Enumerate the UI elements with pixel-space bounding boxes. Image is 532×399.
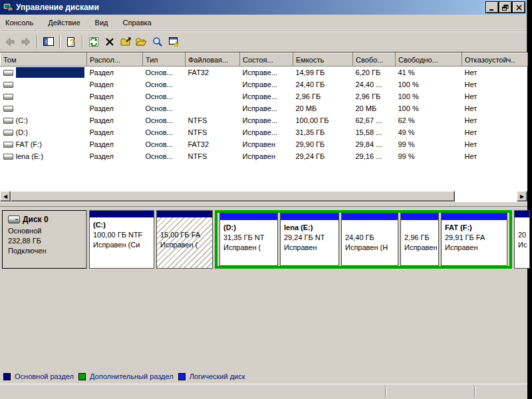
disk-0-header[interactable]: Диск 0 Основной 232,88 ГБ Подключен bbox=[2, 210, 87, 269]
logical-disk-band bbox=[220, 213, 277, 220]
logical-disk-band bbox=[342, 213, 398, 220]
menu-action[interactable]: Действие bbox=[48, 19, 80, 27]
partition-24gb[interactable]: 24,40 ГБ Исправен (Н bbox=[341, 213, 398, 266]
volume-name: FAT (F:) bbox=[16, 139, 84, 150]
properties-icon[interactable] bbox=[118, 35, 133, 49]
horizontal-scrollbar[interactable]: ◀ ▶ bbox=[0, 191, 527, 201]
status-divider bbox=[474, 386, 475, 398]
col-capacity[interactable]: Емкость bbox=[293, 53, 353, 66]
legend-extended-partition: Дополнительный раздел bbox=[78, 372, 174, 380]
col-volume[interactable]: Том bbox=[1, 53, 87, 66]
volume-icon bbox=[3, 154, 13, 160]
volume-icon bbox=[3, 142, 13, 148]
table-row[interactable]: (D:) Раздел Основ... NTFS Исправе... 31,… bbox=[1, 126, 528, 138]
col-status[interactable]: Состоя... bbox=[240, 53, 293, 66]
volume-icon bbox=[3, 70, 13, 76]
menu-console[interactable]: Консоль bbox=[5, 19, 33, 27]
col-layout[interactable]: Распол... bbox=[87, 53, 143, 66]
disk-graph-pane: Диск 0 Основной 232,88 ГБ Подключен (C:)… bbox=[0, 206, 527, 384]
volume-name: (C:) bbox=[16, 115, 84, 126]
refresh-icon[interactable] bbox=[86, 35, 101, 49]
disk-0-row: Диск 0 Основной 232,88 ГБ Подключен (C:)… bbox=[2, 210, 530, 269]
table-row[interactable]: Раздел Основ... Исправе... 24,40 ГБ 24,4… bbox=[1, 78, 528, 90]
primary-partition-band bbox=[90, 211, 154, 217]
scroll-right-icon[interactable]: ▶ bbox=[517, 191, 527, 201]
toolbar-separator bbox=[37, 35, 38, 49]
logical-disk-swatch bbox=[178, 373, 186, 380]
partition-lena-e[interactable]: lena (E:) 29,24 ГБ NT Исправен bbox=[280, 213, 339, 266]
menu-help[interactable]: Справка bbox=[123, 19, 152, 27]
table-row[interactable]: lena (E:) Раздел Основ... NTFS Исправен … bbox=[1, 150, 528, 162]
disk-management-window: Управление дисками Консоль Действие Вид … bbox=[0, 0, 527, 384]
col-free[interactable]: Свобо... bbox=[353, 53, 396, 66]
manage-icon[interactable] bbox=[166, 35, 181, 49]
status-divider bbox=[385, 386, 386, 398]
titlebar[interactable]: Управление дисками bbox=[0, 0, 527, 15]
volume-name bbox=[16, 79, 84, 90]
volume-icon bbox=[3, 106, 13, 112]
table-row[interactable]: Раздел Основ... Исправе... 20 МБ 20 МБ 1… bbox=[1, 102, 528, 114]
window-title: Управление дисками bbox=[16, 3, 485, 12]
legend: Основной раздел Дополнительный раздел Ло… bbox=[3, 372, 245, 380]
col-type[interactable]: Тип bbox=[143, 53, 186, 66]
svg-text:?: ? bbox=[70, 38, 74, 47]
logical-disk-band bbox=[401, 213, 438, 220]
disk-status: Подключен bbox=[8, 246, 83, 256]
extended-partition-frame: (D:) 31,35 ГБ NT Исправен ( lena (E:) 29… bbox=[215, 210, 512, 269]
logical-disk-band bbox=[442, 213, 507, 220]
partition-c[interactable]: (C:) 100,00 ГБ NTF Исправен (Си bbox=[89, 210, 154, 269]
extended-partition-swatch bbox=[78, 373, 86, 380]
volume-name bbox=[16, 91, 84, 102]
scroll-left-icon[interactable]: ◀ bbox=[0, 191, 11, 201]
status-strip bbox=[0, 384, 527, 399]
scrollbar-thumb[interactable] bbox=[11, 191, 455, 201]
volume-icon bbox=[3, 130, 13, 136]
volume-name bbox=[16, 67, 84, 78]
help-icon[interactable]: ? bbox=[64, 35, 78, 49]
col-fault-tolerance[interactable]: Отказоустойч.. bbox=[462, 53, 528, 66]
table-row[interactable]: Раздел Основ... Исправе... 2,96 ГБ 2,96 … bbox=[1, 90, 528, 102]
delete-icon[interactable] bbox=[102, 35, 117, 49]
partition-fat-f[interactable]: FAT (F:) 29,91 ГБ FA Исправен bbox=[441, 213, 507, 266]
volume-name: (D:) bbox=[16, 127, 84, 138]
toolbar-separator bbox=[59, 35, 61, 49]
menu-view[interactable]: Вид bbox=[95, 19, 108, 27]
back-icon[interactable] bbox=[3, 35, 17, 49]
restore-button[interactable] bbox=[499, 2, 511, 13]
volume-name: lena (E:) bbox=[16, 151, 84, 162]
disk-size: 232,88 ГБ bbox=[8, 236, 83, 246]
menu-bar: Консоль Действие Вид Справка bbox=[0, 15, 527, 31]
partition-d[interactable]: (D:) 31,35 ГБ NT Исправен ( bbox=[219, 213, 278, 266]
partition-3gb[interactable]: 2,96 ГБ Исправен bbox=[400, 213, 439, 266]
partition-fat15-selected[interactable]: 15,00 ГБ FA Исправен ( bbox=[156, 210, 213, 269]
forward-icon[interactable] bbox=[19, 35, 33, 49]
toolbar-separator bbox=[82, 35, 83, 49]
logical-disk-band bbox=[281, 213, 338, 220]
console-tree-icon[interactable] bbox=[41, 35, 56, 49]
volume-name bbox=[16, 103, 84, 114]
volume-icon bbox=[3, 94, 13, 100]
zoom-icon[interactable] bbox=[150, 35, 165, 49]
volume-list-pane: Том Распол... Тип Файловая... Состоя... … bbox=[0, 52, 527, 201]
partition-20mb[interactable]: 20 Ис bbox=[514, 210, 530, 269]
table-row[interactable]: (C:) Раздел Основ... NTFS Исправе... 100… bbox=[1, 114, 528, 126]
legend-primary-partition: Основной раздел bbox=[3, 372, 74, 380]
legend-logical-disk: Логический диск bbox=[178, 372, 245, 380]
disk-name: Диск 0 bbox=[23, 215, 49, 224]
col-filesystem[interactable]: Файловая... bbox=[186, 53, 240, 66]
column-header-row: Том Распол... Тип Файловая... Состоя... … bbox=[1, 53, 528, 66]
close-button[interactable] bbox=[513, 2, 525, 13]
primary-partition-band bbox=[157, 211, 212, 217]
open-folder-icon[interactable] bbox=[134, 35, 149, 49]
volume-icon bbox=[3, 118, 13, 124]
disk-type: Основной bbox=[8, 226, 83, 236]
scrollbar-track[interactable] bbox=[455, 191, 517, 201]
volume-icon bbox=[3, 82, 13, 88]
table-row[interactable]: FAT (F:) Раздел Основ... FAT32 Исправен … bbox=[1, 138, 528, 150]
pane-splitter[interactable] bbox=[0, 201, 527, 206]
table-row[interactable]: Раздел Основ... FAT32 Исправе... 14,99 Г… bbox=[1, 66, 528, 79]
primary-partition-band bbox=[515, 211, 529, 217]
toolbar: ? bbox=[0, 31, 527, 52]
minimize-button[interactable] bbox=[486, 2, 498, 13]
col-free-pct[interactable]: Свободно... bbox=[396, 53, 462, 66]
